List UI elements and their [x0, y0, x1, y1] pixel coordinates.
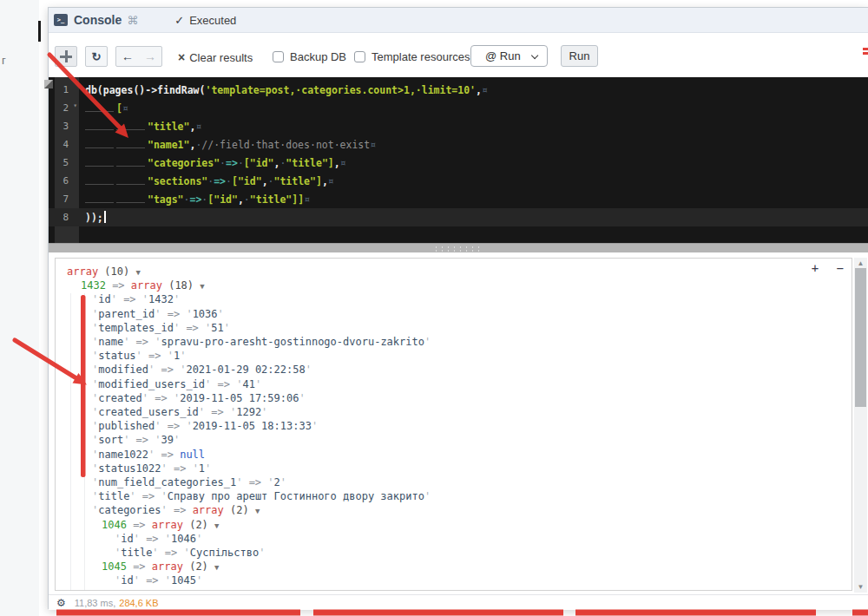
- history-forward-button[interactable]: →: [139, 47, 161, 66]
- background-text-fragment: г: [2, 54, 6, 67]
- run-button[interactable]: Run: [561, 45, 598, 67]
- clear-x-icon: ×: [178, 50, 185, 64]
- code-fold-icon[interactable]: ▾: [73, 102, 77, 109]
- dump-row: 'num_field_categories_1' => '2': [92, 475, 286, 489]
- scrollbar-thumb[interactable]: [855, 268, 866, 407]
- page-text-cursor-mark: [38, 21, 41, 42]
- annotation-bottom-bar-2: [313, 610, 563, 616]
- move-icon: [60, 50, 72, 62]
- dump-row: 1432 => array (18) ▼: [81, 279, 205, 292]
- reload-button[interactable]: ↻: [85, 46, 108, 67]
- dump-row: 1045 => array (2) ▼: [102, 560, 219, 573]
- dump-row: 'id' => '1432': [92, 292, 180, 306]
- memory-usage: 284,6 KB: [119, 598, 158, 608]
- executed-status: ✓Executed: [174, 14, 236, 27]
- collapse-all-button[interactable]: −: [837, 261, 844, 275]
- console-toolbar: ↻ ← → ×Clear results Backup DB Template …: [49, 33, 868, 77]
- dump-row: 'id' => '1046': [115, 532, 202, 546]
- code-line[interactable]: 7"tags"·=>·["id",·"title"]]¤: [49, 190, 868, 208]
- move-panel-button[interactable]: [55, 46, 77, 67]
- editor-resize-corner-icon: [44, 80, 53, 88]
- dump-row: 'parent_id' => '1036': [92, 307, 224, 321]
- line-number: 2▾: [49, 102, 79, 114]
- dump-row: 'name' => 'spravu-pro-aresht-gostinnogo-…: [92, 335, 431, 349]
- code-line[interactable]: 5"categories"·=>·["id",·"title"],¤: [49, 154, 868, 172]
- line-number: 4: [49, 139, 79, 150]
- code-text: "tags"·=>·["id",·"title"]]¤: [79, 193, 868, 206]
- annotation-bottom-bar-1: [56, 610, 300, 616]
- code-text: "sections"·=>·["id",·"title"],¤: [79, 175, 868, 187]
- line-number: 5: [49, 157, 79, 168]
- code-text: db(pages()->findRaw('template=post,·cate…: [79, 84, 868, 96]
- code-line[interactable]: 1db(pages()->findRaw('template=post,·cat…: [49, 81, 868, 99]
- dump-row: 'created' => '2019-11-05 17:59:06': [92, 391, 306, 405]
- dump-row: 'sort' => '39': [92, 433, 180, 447]
- dump-row: 'title' => 'Справу про арешт Гостинного …: [92, 489, 431, 503]
- indent-guide: [70, 293, 71, 590]
- history-back-button[interactable]: ←: [116, 47, 139, 66]
- backup-db-checkbox[interactable]: [273, 51, 284, 62]
- gear-icon[interactable]: ⚙: [56, 597, 66, 609]
- line-number: 1: [49, 84, 79, 95]
- dump-row: 'categories' => array (2) ▼: [92, 503, 260, 517]
- results-area: + − array (10) ▼1432 => array (18) ▼'id'…: [49, 252, 868, 601]
- code-text: "title",¤: [79, 121, 868, 133]
- reload-icon: ↻: [92, 50, 102, 63]
- dump-row: 'name1022' => null: [92, 448, 205, 462]
- scroll-down-arrow[interactable]: ▼: [854, 581, 867, 593]
- collapse-toggle-icon[interactable]: ▼: [135, 268, 140, 277]
- dump-row: 'created_users_id' => '1292': [92, 405, 267, 419]
- dump-row: array (10) ▼: [67, 265, 141, 279]
- history-nav-group: ← →: [115, 46, 162, 67]
- code-line[interactable]: 8));: [49, 208, 868, 226]
- code-text: "name1",·//·field·that·does·not·exist¤: [79, 139, 868, 151]
- chevron-down-icon: [531, 52, 539, 60]
- collapse-toggle-icon[interactable]: ▼: [200, 282, 204, 291]
- text-cursor: [104, 211, 106, 223]
- annotation-bottom-bar-4: [852, 610, 868, 616]
- code-line[interactable]: 3"title",¤: [49, 117, 868, 135]
- console-terminal-icon: >_: [54, 14, 68, 26]
- console-title-bar[interactable]: >_ Console ⌘ ✓Executed: [49, 8, 868, 33]
- line-number: 6: [49, 175, 79, 187]
- console-tab-label: Console: [74, 13, 122, 27]
- code-text: ));: [79, 211, 868, 224]
- dump-row: 'title' => '': [115, 588, 196, 591]
- dump-row: 'title' => 'Суспільство': [115, 546, 265, 560]
- status-bar: ⚙ 11,83 ms, 284,6 KB: [49, 594, 868, 610]
- results-scrollbar[interactable]: ▲ ▼: [854, 258, 867, 593]
- dump-output-box: + − array (10) ▼1432 => array (18) ▼'id'…: [55, 258, 852, 591]
- dump-row: 'published' => '2019-11-05 18:13:33': [92, 419, 318, 433]
- line-number: 7: [49, 193, 79, 205]
- dump-row: 1046 => array (2) ▼: [102, 518, 219, 532]
- line-number: 3: [49, 121, 79, 132]
- execution-time: 11,83 ms,: [75, 598, 116, 608]
- line-number: 8: [49, 212, 79, 223]
- dump-row: 'id' => '1045': [115, 573, 202, 587]
- panel-resize-handle[interactable]: [49, 243, 868, 252]
- code-line[interactable]: 6"sections"·=>·["id",·"title"],¤: [49, 172, 868, 190]
- backup-db-checkbox-label[interactable]: Backup DB: [273, 50, 346, 63]
- expand-all-button[interactable]: +: [812, 261, 819, 275]
- dump-row: 'status' => '1': [92, 349, 186, 363]
- grip-dots-icon: [433, 246, 483, 252]
- dump-row: 'modified_users_id' => '41': [92, 377, 261, 391]
- dump-tools: + −: [801, 261, 844, 275]
- collapse-toggle-icon[interactable]: ▼: [255, 507, 260, 515]
- code-line[interactable]: 2▾[¤: [49, 99, 868, 117]
- template-resources-checkbox[interactable]: [354, 51, 365, 62]
- template-resources-checkbox-label[interactable]: Template resources: [354, 50, 470, 63]
- run-mode-select[interactable]: @ Run: [470, 45, 548, 67]
- code-editor[interactable]: 1db(pages()->findRaw('template=post,·cat…: [49, 77, 868, 243]
- code-line[interactable]: 4"name1",·//·field·that·does·not·exist¤: [49, 135, 868, 154]
- dump-row: 'modified' => '2021-01-29 02:22:58': [92, 363, 312, 377]
- clear-results-button[interactable]: ×Clear results: [178, 50, 253, 64]
- page-left-margin: [0, 0, 39, 616]
- collapse-toggle-icon[interactable]: ▼: [214, 563, 219, 572]
- check-icon: ✓: [174, 14, 184, 27]
- code-text: [¤: [79, 102, 868, 115]
- collapse-toggle-icon[interactable]: ▼: [214, 521, 219, 530]
- tracy-console-panel: >_ Console ⌘ ✓Executed ↻ ← → ×Clear resu…: [48, 7, 868, 609]
- dump-row: 'templates_id' => '51': [92, 321, 230, 335]
- dump-row: 'status1022' => '1': [92, 462, 211, 475]
